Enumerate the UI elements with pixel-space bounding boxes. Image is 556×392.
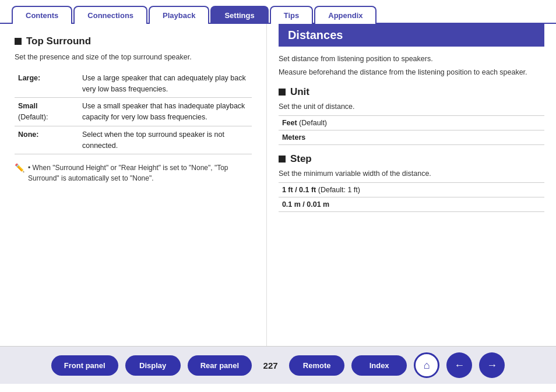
home-button[interactable]: ⌂ [414, 352, 439, 378]
home-icon: ⌂ [424, 359, 430, 372]
distances-header: Distances [279, 24, 544, 47]
term-none: None: [15, 126, 79, 154]
table-row: 1 ft / 0.1 ft (Default: 1 ft) [279, 182, 544, 197]
table-row: Feet (Default) [279, 115, 544, 130]
table-row: Meters [279, 130, 544, 144]
tab-appendix[interactable]: Appendix [314, 6, 376, 24]
note-section: ✏️ • When "Surround Height" or "Rear Hei… [15, 163, 252, 183]
top-nav: Contents Connections Playback Settings T… [0, 0, 556, 24]
def-large: Use a large speaker that can adequately … [79, 70, 252, 98]
forward-button[interactable]: → [479, 352, 505, 378]
unit-section-title: Unit [279, 86, 544, 98]
left-panel: Top Surround Set the presence and size o… [0, 24, 267, 346]
note-icon: ✏️ [15, 163, 24, 172]
unit-label: Unit [290, 86, 309, 98]
top-surround-subtitle: Set the presence and size of the top sur… [15, 52, 252, 63]
unit-feet: Feet (Default) [279, 115, 544, 130]
rear-panel-button[interactable]: Rear panel [188, 355, 252, 376]
index-button[interactable]: Index [351, 355, 407, 376]
right-panel: Distances Set distance from listening po… [267, 24, 556, 346]
forward-arrow-icon: → [487, 359, 497, 372]
note-text: • When "Surround Height" or "Rear Height… [28, 163, 252, 183]
main-content: Top Surround Set the presence and size o… [0, 24, 556, 346]
step-label: Step [290, 153, 312, 165]
unit-subtitle: Set the unit of distance. [279, 103, 544, 111]
term-small: Small (Default): [15, 98, 79, 126]
tab-connections[interactable]: Connections [73, 6, 147, 24]
tab-contents[interactable]: Contents [12, 6, 72, 24]
tab-playback[interactable]: Playback [149, 6, 209, 24]
top-surround-label: Top Surround [26, 36, 91, 47]
back-arrow-icon: ← [454, 359, 464, 372]
step-options-table: 1 ft / 0.1 ft (Default: 1 ft) 0.1 m / 0.… [279, 182, 544, 212]
page-number: 227 [259, 361, 282, 370]
definitions-table: Large: Use a large speaker that can adeq… [15, 70, 252, 155]
unit-meters: Meters [279, 130, 544, 144]
step-subtitle: Set the minimum variable width of the di… [279, 169, 544, 178]
step-ft: 1 ft / 0.1 ft (Default: 1 ft) [279, 182, 544, 197]
distances-subtitle2: Measure beforehand the distance from the… [279, 67, 544, 78]
bullet-icon [15, 38, 22, 45]
term-large: Large: [15, 70, 79, 98]
step-m: 0.1 m / 0.01 m [279, 197, 544, 211]
tab-tips[interactable]: Tips [270, 6, 314, 24]
table-row: Small (Default): Use a small speaker tha… [15, 98, 252, 126]
top-surround-title: Top Surround [15, 36, 252, 47]
table-row: 0.1 m / 0.01 m [279, 197, 544, 211]
tab-settings[interactable]: Settings [210, 6, 268, 24]
distances-subtitle1: Set distance from listening position to … [279, 54, 544, 65]
unit-bullet-icon [279, 89, 286, 96]
bottom-nav: Front panel Display Rear panel 227 Remot… [0, 346, 556, 384]
back-button[interactable]: ← [446, 352, 472, 378]
def-small: Use a small speaker that has inadequate … [79, 98, 252, 126]
table-row: None: Select when the top surround speak… [15, 126, 252, 154]
step-bullet-icon [279, 156, 286, 163]
table-row: Large: Use a large speaker that can adeq… [15, 70, 252, 98]
def-none: Select when the top surround speaker is … [79, 126, 252, 154]
unit-options-table: Feet (Default) Meters [279, 115, 544, 145]
remote-button[interactable]: Remote [289, 355, 344, 376]
step-section-title: Step [279, 153, 544, 165]
front-panel-button[interactable]: Front panel [51, 355, 118, 376]
display-button[interactable]: Display [125, 355, 181, 376]
